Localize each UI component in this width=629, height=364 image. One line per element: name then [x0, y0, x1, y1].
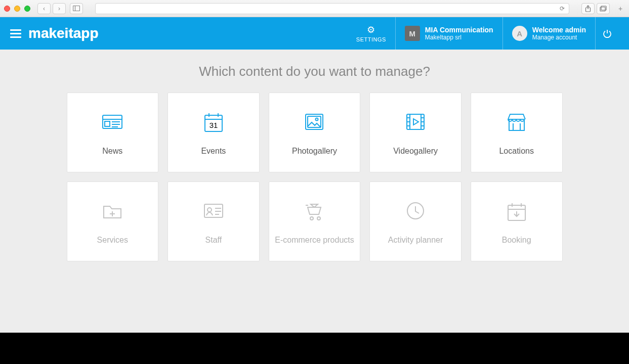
card-label: News [102, 147, 122, 156]
card-photo[interactable]: Photogallery [269, 93, 361, 172]
card-planner[interactable]: Activity planner [369, 181, 462, 261]
back-button[interactable]: ‹ [37, 3, 51, 14]
forward-button[interactable]: › [53, 3, 66, 14]
close-window-button[interactable] [4, 6, 10, 12]
cal-down-icon [504, 198, 529, 223]
logout-button[interactable] [595, 17, 619, 50]
card-ecommerce[interactable]: E-commerce products [269, 181, 361, 261]
org-avatar: M [405, 26, 420, 41]
svg-rect-0 [73, 6, 80, 11]
address-bar[interactable]: ⟳ [95, 3, 569, 14]
card-video[interactable]: Videogallery [369, 93, 462, 172]
card-label: Events [201, 147, 226, 156]
org-name: MIA Communication [425, 26, 493, 34]
card-news[interactable]: News [67, 93, 159, 172]
calendar-icon [201, 109, 226, 134]
card-label: Booking [502, 236, 531, 245]
card-locations[interactable]: Locations [471, 93, 563, 172]
maximize-window-button[interactable] [24, 6, 30, 12]
welcome-text: Welcome admin [532, 26, 586, 34]
store-icon [504, 109, 529, 134]
menu-button[interactable] [10, 29, 21, 38]
power-icon [603, 29, 612, 38]
news-icon [100, 109, 125, 134]
cart-icon [302, 198, 327, 223]
settings-label: SETTINGS [356, 36, 386, 42]
org-subname: MakeItapp srl [425, 34, 493, 41]
safari-window: ‹ › ⟳ + makeitapp ⚙ SETTINGS M [0, 0, 629, 333]
card-staff[interactable]: Staff [167, 181, 260, 261]
content-grid: NewsEventsPhotogalleryVideogalleryLocati… [67, 93, 563, 261]
sidebar-toggle-button[interactable] [70, 3, 83, 14]
browser-toolbar: ‹ › ⟳ + [0, 0, 629, 17]
card-booking[interactable]: Booking [471, 181, 563, 261]
page-body: Which content do you want to manage? New… [0, 50, 629, 333]
card-label: Locations [499, 147, 534, 156]
window-controls [4, 6, 30, 12]
user-avatar: A [512, 26, 527, 41]
organization-switcher[interactable]: M MIA Communication MakeItapp srl [395, 17, 502, 50]
reload-icon[interactable]: ⟳ [560, 5, 565, 12]
photo-icon [302, 109, 327, 134]
card-label: Photogallery [292, 147, 337, 156]
card-label: Staff [205, 236, 222, 245]
app-header: makeitapp ⚙ SETTINGS M MIA Communication… [0, 17, 629, 50]
page-title: Which content do you want to manage? [0, 64, 629, 79]
gear-icon: ⚙ [367, 24, 375, 35]
card-label: Services [97, 236, 128, 245]
card-label: E-commerce products [275, 236, 354, 245]
card-label: Activity planner [388, 236, 443, 245]
account-menu[interactable]: A Welcome admin Manage account [502, 17, 595, 50]
card-services[interactable]: Services [67, 181, 159, 261]
id-card-icon [201, 198, 226, 223]
new-tab-button[interactable]: + [616, 5, 625, 13]
app-logo[interactable]: makeitapp [28, 25, 99, 41]
tabs-button[interactable] [597, 3, 610, 14]
card-events[interactable]: Events [167, 93, 260, 172]
card-label: Videogallery [393, 147, 438, 156]
settings-button[interactable]: ⚙ SETTINGS [347, 24, 395, 42]
clock-icon [403, 198, 428, 223]
video-icon [403, 109, 428, 134]
minimize-window-button[interactable] [14, 6, 20, 12]
folder-plus-icon [100, 198, 125, 223]
share-button[interactable] [581, 3, 595, 14]
manage-account: Manage account [532, 34, 586, 41]
